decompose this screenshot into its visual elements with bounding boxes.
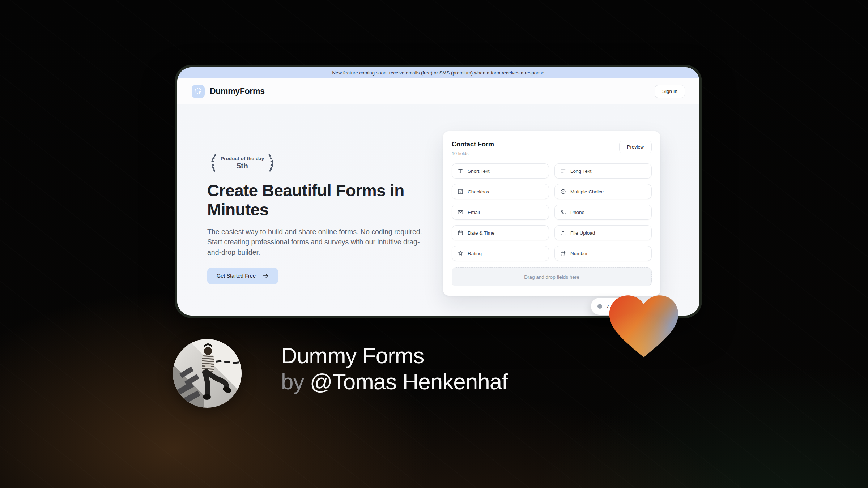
arrow-right-icon: [262, 273, 269, 279]
product-of-the-day-badge: Product of the day 5th: [208, 154, 277, 172]
field-label: Phone: [570, 210, 584, 215]
rating-icon: [457, 250, 464, 257]
hero-description: The easiest way to build and share onlin…: [207, 227, 427, 258]
field-label: Short Text: [468, 168, 490, 174]
form-title: Contact Form: [452, 141, 494, 148]
announcement-text: New feature coming soon: receive emails …: [332, 70, 545, 76]
phone-icon: [560, 209, 566, 215]
avatar-photo: [173, 339, 242, 408]
short-text-icon: [457, 168, 464, 174]
field-label: Number: [570, 251, 588, 256]
form-field-count: 10 fields: [452, 151, 494, 156]
email-icon: [457, 209, 464, 215]
field-file-upload[interactable]: File Upload: [554, 225, 652, 240]
credit-text: Dummy Forms by @Tomas Henkenhaf: [281, 343, 507, 395]
field-palette: Short Text Long Text: [452, 163, 652, 261]
field-short-text[interactable]: Short Text: [452, 163, 549, 179]
award-rank: 5th: [221, 162, 264, 170]
field-label: Email: [468, 210, 480, 215]
cta-label: Get Started Free: [217, 273, 256, 279]
file-upload-icon: [560, 230, 566, 236]
multiple-choice-icon: [560, 188, 566, 195]
announcement-banner: New feature coming soon: receive emails …: [177, 67, 699, 78]
preview-button[interactable]: Preview: [619, 141, 652, 153]
page-title: Create Beautiful Forms in Minutes: [207, 181, 413, 219]
field-label: File Upload: [570, 230, 595, 236]
field-rating[interactable]: Rating: [452, 246, 549, 261]
field-label: Rating: [468, 251, 482, 256]
dropzone-text: Drag and drop fields here: [524, 274, 579, 280]
avatar: [173, 339, 242, 408]
credit-by: by: [281, 369, 310, 394]
credit-author: @Tomas Henkenhaf: [310, 369, 508, 394]
laurel-right-icon: [267, 154, 277, 172]
site-header: DummyForms Sign In: [177, 78, 699, 104]
field-label: Multiple Choice: [570, 189, 604, 194]
credit-product-name: Dummy Forms: [281, 343, 507, 369]
get-started-button[interactable]: Get Started Free: [207, 268, 278, 284]
hero-copy: Product of the day 5th Create Beautiful …: [207, 154, 431, 284]
hero-section: Product of the day 5th Create Beautiful …: [177, 104, 699, 316]
field-label: Date & Time: [468, 230, 494, 236]
field-number[interactable]: Number: [554, 246, 652, 261]
dropzone[interactable]: Drag and drop fields here: [452, 267, 652, 286]
field-datetime[interactable]: Date & Time: [452, 225, 549, 240]
heart-icon: [606, 293, 681, 360]
datetime-icon: [457, 230, 464, 236]
checkbox-icon: [457, 188, 464, 195]
field-phone[interactable]: Phone: [554, 205, 652, 220]
field-long-text[interactable]: Long Text: [554, 163, 652, 179]
sign-in-button[interactable]: Sign In: [655, 85, 685, 98]
long-text-icon: [560, 168, 566, 174]
brand-name[interactable]: DummyForms: [210, 86, 265, 96]
field-email[interactable]: Email: [452, 205, 549, 220]
dummyforms-logo-icon[interactable]: [192, 85, 205, 98]
award-title: Product of the day: [221, 156, 264, 161]
field-multiple-choice[interactable]: Multiple Choice: [554, 184, 652, 199]
field-label: Checkbox: [468, 189, 489, 194]
field-label: Long Text: [570, 168, 591, 174]
counter-dot-icon: [597, 304, 602, 309]
laurel-left-icon: [208, 154, 217, 172]
browser-window: New feature coming soon: receive emails …: [177, 67, 699, 316]
form-builder-card: Contact Form 10 fields Preview Short Tex…: [443, 131, 660, 296]
number-icon: [560, 250, 566, 257]
field-checkbox[interactable]: Checkbox: [452, 184, 549, 199]
